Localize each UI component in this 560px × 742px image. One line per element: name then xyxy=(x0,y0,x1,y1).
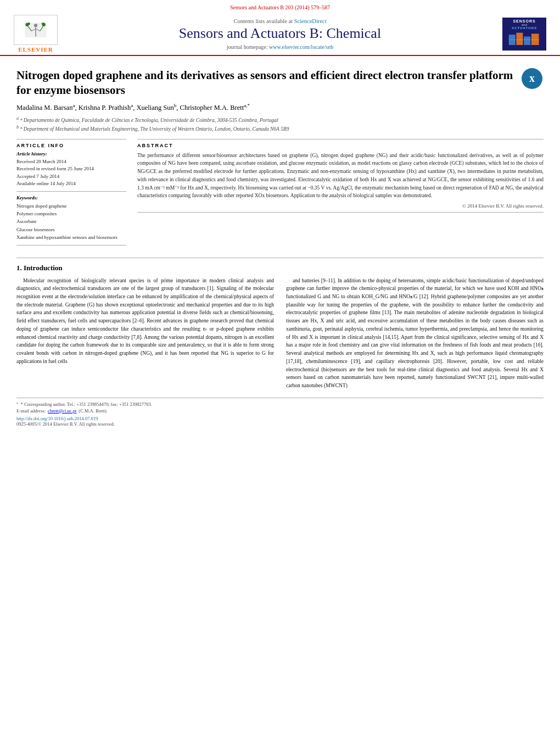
crossmark-icon: x xyxy=(522,68,542,89)
doi-anchor[interactable]: http://dx.doi.org/10.1016/j.snb.2014.07.… xyxy=(16,416,98,421)
sensors-logo-text2: ACTUATORS xyxy=(512,26,537,30)
accepted-date: Accepted 7 July 2014 xyxy=(16,173,126,181)
corresponding-author-note: * * Corresponding author. Tel.: +351 239… xyxy=(16,401,544,407)
authors: Madalina M. Barsana, Krishna P. Prathish… xyxy=(16,103,544,112)
sensors-actuators-logo: SENSORS and ACTUATORS xyxy=(500,18,549,51)
introduction-body: Molecular recognition of biologically re… xyxy=(16,277,544,390)
corresponding-author-text: * Corresponding author. Tel.: +351 23985… xyxy=(21,401,153,407)
crossmark-logo: x xyxy=(522,68,544,90)
available-date: Available online 14 July 2014 xyxy=(16,180,126,188)
svg-point-9 xyxy=(27,23,30,25)
svg-rect-18 xyxy=(524,36,530,44)
header-main: ELSEVIER Contents lists available at Sci… xyxy=(11,13,549,55)
elsevier-logo-image xyxy=(14,15,58,45)
keywords-list: Nitrogen doped graphene Polymer composit… xyxy=(16,202,126,242)
keyword-1: Nitrogen doped graphene xyxy=(16,202,126,210)
article-title: Nitrogen doped graphene and its derivati… xyxy=(16,68,516,98)
copyright-line: © 2014 Elsevier B.V. All rights reserved… xyxy=(137,203,544,209)
article-info-column: ARTICLE INFO Article history: Received 2… xyxy=(16,139,126,250)
svg-rect-19 xyxy=(531,34,539,45)
intro-paragraph-1: Molecular recognition of biologically re… xyxy=(16,277,274,366)
svg-rect-17 xyxy=(516,32,523,44)
doi-link: http://dx.doi.org/10.1016/j.snb.2014.07.… xyxy=(16,416,544,421)
journal-homepage-link[interactable]: www.elsevier.com/locate/snb xyxy=(269,44,333,50)
keyword-4: Glucose biosensors xyxy=(16,226,126,233)
keyword-3: Ascorbate xyxy=(16,217,126,225)
abstract-text: The performance of different sensor/bios… xyxy=(137,152,544,200)
journal-title-center: Contents lists available at ScienceDirec… xyxy=(60,18,500,50)
keyword-2: Polymer composites xyxy=(16,210,126,217)
article-title-section: Nitrogen doped graphene and its derivati… xyxy=(16,68,544,98)
issn-line: 0925-4005/© 2014 Elsevier B.V. All right… xyxy=(16,421,544,427)
keywords-label: Keywords: xyxy=(16,195,126,200)
journal-homepage: journal homepage: www.elsevier.com/locat… xyxy=(60,44,500,50)
svg-point-1 xyxy=(34,24,37,27)
sensors-logo-box: SENSORS and ACTUATORS xyxy=(502,18,546,51)
abstract-section: ABSTRACT The performance of different se… xyxy=(137,139,544,213)
introduction-heading: 1. Introduction xyxy=(16,264,544,272)
email-link[interactable]: cbrett@ci.uc.pt xyxy=(48,408,76,414)
introduction-col1: Molecular recognition of biologically re… xyxy=(16,277,274,390)
article-footer: * * Corresponding author. Tel.: +351 239… xyxy=(16,398,544,427)
article-info-abstract-section: ARTICLE INFO Article history: Received 2… xyxy=(16,139,544,250)
received-date: Received 20 March 2014 xyxy=(16,158,126,166)
elsevier-text: ELSEVIER xyxy=(18,46,53,53)
email-name: (C.M.A. Brett). xyxy=(79,408,108,414)
content-area: Nitrogen doped graphene and its derivati… xyxy=(0,56,560,432)
affiliation-b: b ᵇ Department of Mechanical and Materia… xyxy=(16,124,544,133)
affiliation-a: a ᵃ Departamento de Química, Faculdade d… xyxy=(16,115,544,124)
affiliations: a ᵃ Departamento de Química, Faculdade d… xyxy=(16,115,544,133)
page: Sensors and Actuators B 203 (2014) 579–5… xyxy=(0,0,560,742)
journal-name: Sensors and Actuators B: Chemical xyxy=(60,25,500,42)
section-number: 1. xyxy=(16,264,22,272)
sciencedirect-link[interactable]: ScienceDirect xyxy=(294,18,327,24)
abstract-column: ABSTRACT The performance of different se… xyxy=(137,139,544,250)
content-list-text: Contents lists available at ScienceDirec… xyxy=(60,18,500,24)
journal-volume-info: Sensors and Actuators B 203 (2014) 579–5… xyxy=(11,4,549,10)
article-info-title: ARTICLE INFO xyxy=(16,143,126,148)
svg-text:x: x xyxy=(529,72,535,84)
received-revised-date: Received in revised form 25 June 2014 xyxy=(16,165,126,173)
keyword-5: Xanthine and hypoxanthine sensors and bi… xyxy=(16,233,126,241)
introduction-col2: and batteries [9–11]. In addition to the… xyxy=(286,277,544,390)
section-title-text: Introduction xyxy=(24,264,63,272)
svg-point-13 xyxy=(42,23,44,25)
sensors-logo-text1: SENSORS xyxy=(513,19,535,23)
article-history-dates: Received 20 March 2014 Received in revis… xyxy=(16,158,126,188)
elsevier-logo: ELSEVIER xyxy=(11,15,60,53)
email-line: E-mail address: cbrett@ci.uc.pt (C.M.A. … xyxy=(16,408,544,414)
abstract-title: ABSTRACT xyxy=(137,143,544,148)
article-info-box: ARTICLE INFO Article history: Received 2… xyxy=(16,139,126,246)
keywords-section: Keywords: Nitrogen doped graphene Polyme… xyxy=(16,191,126,242)
journal-header: Sensors and Actuators B 203 (2014) 579–5… xyxy=(0,0,560,56)
section-divider xyxy=(16,258,544,258)
article-history-label: Article history: xyxy=(16,151,126,157)
intro-paragraph-2: and batteries [9–11]. In addition to the… xyxy=(286,277,544,390)
email-label: E-mail address: xyxy=(16,408,46,414)
